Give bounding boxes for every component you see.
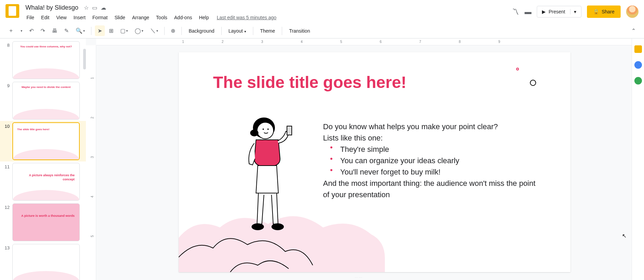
slide-bullet: They're simple: [340, 144, 536, 155]
menu-addons[interactable]: Add-ons: [171, 13, 195, 22]
slide-title[interactable]: The slide title goes here!: [213, 73, 407, 92]
star-icon[interactable]: ☆: [84, 4, 89, 11]
share-button[interactable]: 🔒 Share: [587, 5, 621, 18]
thumb-cloud: [13, 68, 79, 79]
slide-thumbnail[interactable]: Maybe you need to divide the content: [12, 82, 80, 120]
scrollbar-thumb[interactable]: [83, 49, 86, 69]
menu-help[interactable]: Help: [196, 13, 212, 22]
shape-tool[interactable]: ◯ ▾: [132, 25, 146, 36]
slide-body[interactable]: Do you know what helps you make your poi…: [323, 121, 536, 200]
move-icon[interactable]: ▭: [92, 4, 97, 11]
print-button[interactable]: 🖶: [49, 26, 60, 36]
present-button[interactable]: ▶ Present ▾: [537, 6, 581, 18]
zoom-button[interactable]: 🔍 ▾: [73, 25, 88, 36]
menu-tools[interactable]: Tools: [153, 13, 170, 22]
separator: [91, 27, 91, 35]
slide-thumbnail[interactable]: The slide title goes here!: [12, 122, 80, 160]
side-addons-panel: [632, 38, 644, 280]
thumb-number: 11: [3, 163, 10, 169]
undo-button[interactable]: ↶: [26, 25, 36, 36]
slide-bullet: You can organize your ideas clearly: [340, 155, 536, 166]
thumb-number: 9: [3, 82, 10, 88]
comment-button[interactable]: ⊕: [168, 25, 178, 36]
addon-tasks-icon[interactable]: [634, 77, 642, 85]
slide-thumbnail[interactable]: You could use three columns, why not?: [12, 41, 80, 79]
slide-para1a: Do you know what helps you make your poi…: [323, 121, 536, 132]
slide-thumbnail[interactable]: [12, 244, 80, 280]
menu-bar: File Edit View Insert Format Slide Arran…: [23, 12, 512, 23]
paint-format-button[interactable]: ✎: [62, 25, 71, 36]
thumb-row[interactable]: 13: [0, 243, 86, 280]
slide-thumbnail[interactable]: A picture always reinforces the concept: [12, 163, 80, 201]
redo-button[interactable]: ↷: [38, 25, 48, 36]
slide-canvas[interactable]: The slide title goes here! Do you know w…: [179, 52, 570, 272]
new-slide-button[interactable]: ＋: [5, 25, 16, 36]
thumb-number: 13: [3, 244, 10, 250]
thumb-row[interactable]: 10The slide title goes here!: [0, 121, 86, 161]
menu-arrange[interactable]: Arrange: [129, 13, 152, 22]
select-tool[interactable]: ➤: [95, 25, 105, 36]
collapse-toolbar-icon[interactable]: ⌃: [629, 25, 639, 36]
svg-rect-5: [287, 126, 292, 135]
menu-file[interactable]: File: [23, 13, 37, 22]
theme-button[interactable]: Theme: [257, 26, 279, 36]
circle-decoration: [516, 68, 519, 70]
menu-insert[interactable]: Insert: [70, 13, 89, 22]
layout-button[interactable]: Layout ▾: [225, 26, 249, 36]
thumb-title: A picture is worth a thousand words: [13, 204, 79, 220]
present-icon: ▶: [542, 9, 546, 14]
menu-format[interactable]: Format: [89, 13, 111, 22]
thumb-row[interactable]: 12A picture is worth a thousand words: [0, 202, 86, 243]
circle-decoration: [530, 80, 536, 86]
drag-handle-icon[interactable]: ⋯⋯: [355, 276, 363, 279]
background-button[interactable]: Background: [185, 26, 218, 36]
last-edit-link[interactable]: Last edit was 5 minutes ago: [217, 15, 277, 20]
thumb-cloud: [13, 271, 79, 280]
transition-button[interactable]: Transition: [286, 26, 313, 36]
image-tool[interactable]: ▢ ▾: [118, 25, 131, 36]
toolbar: ＋ ▾ ↶ ↷ 🖶 ✎ 🔍 ▾ ➤ ⊞ ▢ ▾ ◯ ▾ ＼ ▾ ⊕ Backgr…: [0, 23, 644, 38]
thumb-number: 8: [3, 41, 10, 48]
addon-calendar-icon[interactable]: [634, 45, 642, 53]
canvas-area[interactable]: 123456789 12345 The slide title goes her…: [86, 38, 632, 280]
svg-point-7: [271, 223, 284, 230]
slide-para1b: Lists like this one:: [323, 132, 536, 144]
cloud-icon[interactable]: ☁: [101, 4, 106, 11]
activity-icon[interactable]: 〽: [512, 8, 519, 16]
thumb-cloud: [13, 190, 79, 200]
ruler-vertical: 12345: [86, 45, 96, 280]
doc-title[interactable]: Whala! by Slidesgo: [23, 3, 80, 12]
textbox-tool[interactable]: ⊞: [106, 25, 116, 36]
line-tool[interactable]: ＼ ▾: [147, 25, 161, 36]
new-slide-dropdown-icon[interactable]: ▾: [18, 27, 25, 35]
slide-bullet: You'll never forget to buy milk!: [340, 166, 536, 178]
thumb-row[interactable]: 8You could use three columns, why not?: [0, 40, 86, 80]
thumb-title: You could use three columns, why not?: [13, 42, 79, 49]
menu-view[interactable]: View: [53, 13, 70, 22]
avatar[interactable]: [626, 5, 639, 18]
present-dropdown-icon[interactable]: ▾: [570, 9, 576, 14]
thumb-title: The slide title goes here!: [13, 123, 79, 132]
girl-illustration: [237, 114, 299, 238]
separator: [164, 27, 165, 35]
menu-edit[interactable]: Edit: [38, 13, 53, 22]
lock-icon: 🔒: [593, 9, 599, 14]
share-label: Share: [602, 9, 614, 14]
menu-slide[interactable]: Slide: [111, 13, 128, 22]
separator: [282, 27, 282, 35]
svg-point-1: [257, 122, 274, 139]
thumb-row[interactable]: 9Maybe you need to divide the content: [0, 80, 86, 121]
slide-panel[interactable]: 8You could use three columns, why not?9M…: [0, 38, 86, 280]
thumb-cloud: [13, 109, 79, 119]
slides-logo[interactable]: [5, 4, 19, 18]
thumb-row[interactable]: 11A picture always reinforces the concep…: [0, 161, 86, 202]
svg-point-4: [250, 130, 258, 136]
svg-point-2: [263, 128, 264, 130]
separator: [253, 27, 253, 35]
slide-thumbnail[interactable]: A picture is worth a thousand words: [12, 203, 80, 241]
thumb-number: 10: [3, 122, 10, 129]
comments-icon[interactable]: ▬: [524, 8, 531, 16]
separator: [181, 27, 182, 35]
separator: [221, 27, 222, 35]
addon-keep-icon[interactable]: [634, 61, 642, 69]
